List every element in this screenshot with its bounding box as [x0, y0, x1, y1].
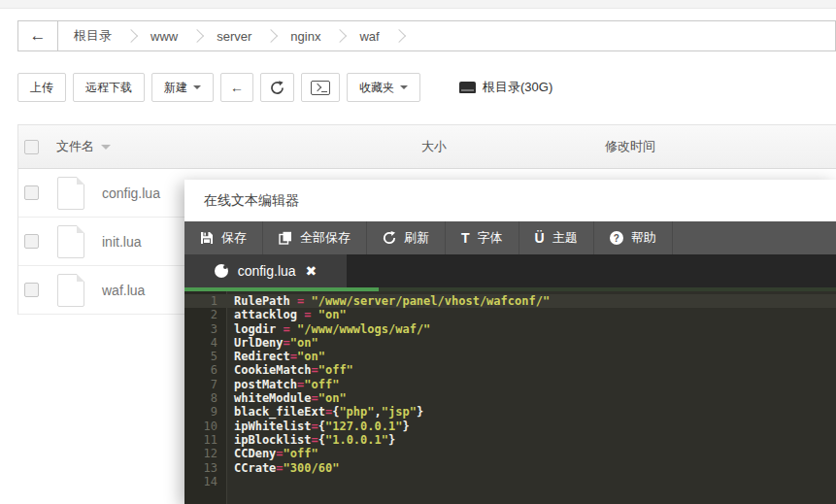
tab-config-lua[interactable]: config.lua ✖ — [184, 254, 347, 287]
code-line: 10ipWhitelist={"127.0.0.1"} — [184, 420, 836, 433]
chevron-right-icon — [264, 29, 278, 43]
editor-refresh-label: 刷新 — [404, 229, 429, 247]
breadcrumb-item-waf[interactable]: waf — [359, 29, 379, 44]
code-line: 11ipBlocklist={"1.0.0.1"} — [184, 433, 836, 447]
refresh-icon — [270, 81, 284, 95]
column-header-mtime[interactable]: 修改时间 — [605, 138, 655, 155]
terminal-icon — [311, 81, 330, 95]
help-button-label: 帮助 — [631, 229, 656, 247]
row-checkbox[interactable] — [24, 283, 39, 297]
breadcrumb-item-server[interactable]: server — [217, 29, 251, 44]
favorites-label: 收藏夹 — [359, 80, 394, 96]
caret-down-icon — [193, 85, 201, 93]
line-number: 11 — [184, 433, 226, 447]
code-text: ipWhitelist={"127.0.0.1"} — [226, 420, 410, 433]
save-icon — [200, 231, 214, 245]
new-dropdown-button[interactable]: 新建 — [151, 73, 214, 102]
save-button[interactable]: 保存 — [184, 221, 263, 254]
chevron-right-icon — [124, 29, 138, 43]
code-text: CCrate="300/60" — [226, 461, 339, 475]
font-icon: T — [461, 231, 470, 245]
filename-header-label: 文件名 — [56, 138, 94, 155]
code-token — [290, 294, 297, 308]
code-line: 1RulePath = "/www/server/panel/vhost/waf… — [184, 294, 836, 308]
row-checkbox[interactable] — [24, 185, 39, 200]
code-token: "php" — [339, 405, 374, 419]
favorites-dropdown-button[interactable]: 收藏夹 — [347, 73, 420, 102]
code-line: 5Redirect="on" — [184, 350, 836, 363]
help-button[interactable]: ? 帮助 — [594, 221, 673, 254]
code-token: whiteModule — [234, 391, 311, 405]
back-arrow-icon: ← — [30, 26, 47, 46]
file-name[interactable]: config.lua — [102, 185, 160, 201]
code-token — [312, 308, 318, 321]
code-token: "off" — [304, 378, 339, 391]
file-table-header: 文件名 大小 修改时间 — [18, 125, 836, 169]
breadcrumb-back-button[interactable]: ← — [18, 21, 58, 50]
select-all-checkbox[interactable] — [24, 140, 39, 154]
code-token: = — [284, 322, 290, 336]
save-all-button[interactable]: 全部保存 — [263, 221, 367, 254]
refresh-icon — [383, 231, 396, 245]
code-token: = — [311, 391, 318, 405]
code-line: 6CookieMatch="off" — [184, 363, 836, 377]
code-line: 9black_fileExt={"php","jsp"} — [184, 405, 836, 419]
terminal-button[interactable] — [301, 73, 340, 102]
code-token: "300/60" — [284, 461, 340, 475]
upload-button[interactable]: 上传 — [17, 73, 66, 102]
dialog-title: 在线文本编辑器 — [204, 192, 299, 210]
file-name[interactable]: init.lua — [102, 234, 141, 250]
code-token — [290, 322, 297, 336]
code-token: "off" — [318, 363, 353, 377]
editor-refresh-button[interactable]: 刷新 — [367, 221, 446, 254]
breadcrumb-item-root[interactable]: 根目录 — [74, 27, 112, 45]
code-token — [276, 322, 283, 336]
breadcrumb-item-www[interactable]: www — [150, 29, 178, 44]
code-text — [226, 475, 234, 488]
chevron-right-icon — [190, 29, 204, 43]
code-line: 4UrlDeny="on" — [184, 336, 836, 350]
code-text: attacklog = "on" — [226, 308, 347, 321]
code-token: attacklog — [234, 308, 297, 321]
line-number: 12 — [184, 447, 226, 460]
breadcrumb-item-nginx[interactable]: nginx — [290, 29, 320, 44]
code-token: } — [417, 405, 423, 419]
code-lines: 1RulePath = "/www/server/panel/vhost/waf… — [184, 294, 836, 488]
code-token: = — [290, 350, 297, 363]
column-header-filename[interactable]: 文件名 — [56, 138, 111, 155]
code-editor[interactable]: 1RulePath = "/www/server/panel/vhost/waf… — [184, 291, 836, 504]
row-checkbox[interactable] — [24, 234, 39, 249]
code-token: CookieMatch — [234, 363, 311, 377]
code-line: 3logdir = "/www/wwwlogs/waf/" — [184, 322, 836, 336]
code-token: CCrate — [234, 461, 276, 475]
code-token: CCDeny — [234, 447, 276, 460]
code-token: { — [318, 433, 325, 447]
font-button[interactable]: T 字体 — [446, 221, 519, 254]
tab-close-icon[interactable]: ✖ — [306, 263, 318, 279]
code-token: = — [311, 363, 318, 377]
code-token: { — [318, 420, 325, 433]
code-token: ipBlocklist — [234, 433, 311, 447]
column-header-size[interactable]: 大小 — [421, 138, 447, 155]
dialog-header[interactable]: 在线文本编辑器 — [184, 180, 836, 221]
disk-usage[interactable]: 根目录(30G) — [459, 79, 552, 96]
back-button[interactable]: ← — [220, 73, 253, 102]
code-token: black_fileExt — [234, 405, 325, 419]
remote-download-button[interactable]: 远程下载 — [73, 73, 145, 102]
line-number: 7 — [184, 378, 226, 391]
editor-toolbar: 保存 全部保存 刷新 T 字体 Ü — [184, 221, 836, 254]
code-text: RulePath = "/www/server/panel/vhost/wafc… — [226, 294, 550, 308]
refresh-button[interactable] — [260, 73, 294, 102]
code-text: CCDeny="off" — [226, 447, 318, 460]
code-line: 8whiteModule="on" — [184, 391, 836, 405]
code-token: "on" — [318, 391, 347, 405]
disk-usage-label: 根目录(30G) — [483, 79, 552, 96]
code-text: ipBlocklist={"1.0.0.1"} — [226, 433, 395, 447]
line-number: 6 — [184, 363, 226, 377]
tab-filename: config.lua — [238, 263, 296, 279]
file-name[interactable]: waf.lua — [102, 283, 145, 298]
code-text: logdir = "/www/wwwlogs/waf/" — [226, 322, 430, 336]
code-token: = — [284, 336, 290, 350]
code-token: = — [311, 420, 318, 433]
theme-button[interactable]: Ü 主题 — [519, 221, 594, 254]
